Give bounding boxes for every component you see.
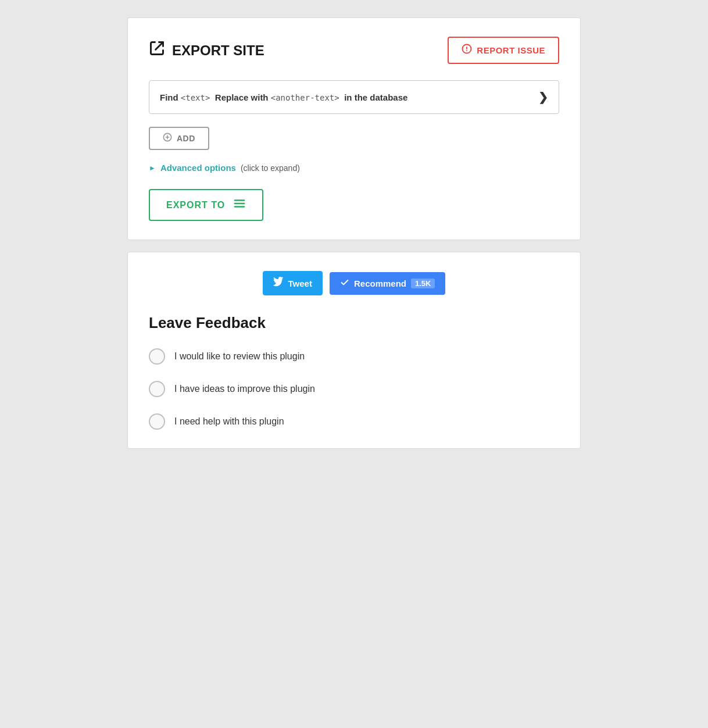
card-header: EXPORT SITE REPORT ISSUE [149,37,559,64]
twitter-icon [273,277,284,290]
triangle-icon: ► [149,164,156,172]
radio-group: I would like to review this plugin I hav… [149,348,559,430]
card-title-text: EXPORT SITE [172,42,264,59]
chevron-right-icon: ❯ [538,90,548,104]
warning-icon [462,44,472,57]
svg-line-0 [156,42,163,50]
radio-circle-ideas [149,381,165,397]
export-to-label: EXPORT TO [166,200,225,210]
card-title: EXPORT SITE [149,40,264,60]
find-replace-row[interactable]: Find <text> Replace with <another-text> … [149,80,559,114]
export-site-card: EXPORT SITE REPORT ISSUE Find <text> Rep… [127,17,581,240]
radio-circle-help [149,413,165,430]
radio-item-review[interactable]: I would like to review this plugin [149,348,559,365]
replace-label: Replace with [215,92,269,102]
find-replace-text: Find <text> Replace with <another-text> … [160,92,538,102]
radio-label-review: I would like to review this plugin [174,351,305,362]
add-button-label: ADD [177,134,195,143]
advanced-options-hint: (click to expand) [241,163,300,173]
export-to-button[interactable]: EXPORT TO [149,189,263,221]
add-button[interactable]: ADD [149,127,209,150]
radio-label-help: I need help with this plugin [174,416,284,427]
feedback-title: Leave Feedback [149,314,559,332]
advanced-options-toggle[interactable]: ► Advanced options (click to expand) [149,163,559,173]
radio-item-ideas[interactable]: I have ideas to improve this plugin [149,381,559,397]
export-site-icon [149,40,165,60]
report-issue-label: REPORT ISSUE [477,45,545,55]
social-row: Tweet Recommend 1.5K [149,271,559,295]
radio-circle-review [149,348,165,365]
in-the-database: in the database [344,92,407,102]
recommend-label: Recommend [354,279,406,288]
feedback-card: Tweet Recommend 1.5K Leave Feedback I wo… [127,252,581,449]
find-label: Find [160,92,178,102]
recommend-button[interactable]: Recommend 1.5K [330,272,446,295]
plus-icon [163,133,172,144]
checkmark-icon [340,278,349,289]
report-issue-button[interactable]: REPORT ISSUE [448,37,559,64]
radio-item-help[interactable]: I need help with this plugin [149,413,559,430]
find-placeholder: <text> [181,93,215,102]
tweet-button[interactable]: Tweet [263,271,323,295]
replace-placeholder: <another-text> [271,93,344,102]
advanced-options-label: Advanced options [160,163,236,173]
tweet-label: Tweet [288,279,312,288]
page-wrapper: EXPORT SITE REPORT ISSUE Find <text> Rep… [127,17,581,449]
radio-label-ideas: I have ideas to improve this plugin [174,384,315,394]
menu-lines-icon [233,197,246,213]
recommend-count: 1.5K [411,279,435,288]
